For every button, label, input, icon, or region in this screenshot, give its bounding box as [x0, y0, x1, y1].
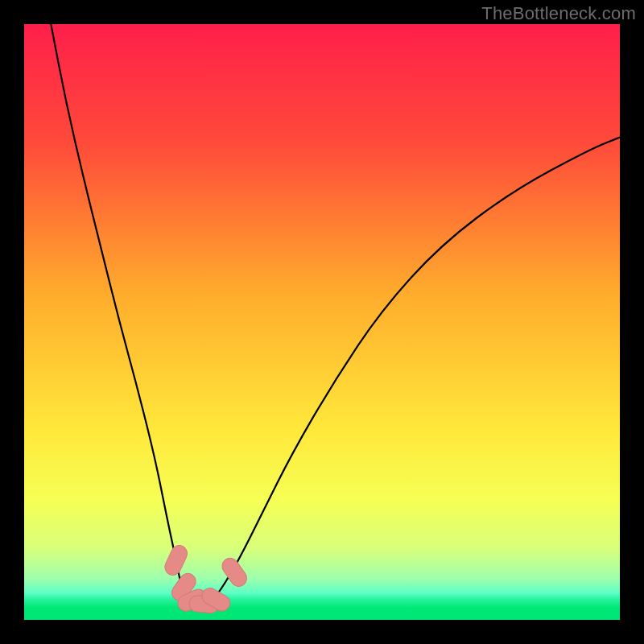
attribution-text: TheBottleneck.com	[481, 3, 636, 24]
chart-svg	[24, 24, 620, 620]
gradient-background	[24, 24, 620, 620]
plot-area	[24, 24, 620, 620]
chart-frame: TheBottleneck.com	[0, 0, 644, 644]
